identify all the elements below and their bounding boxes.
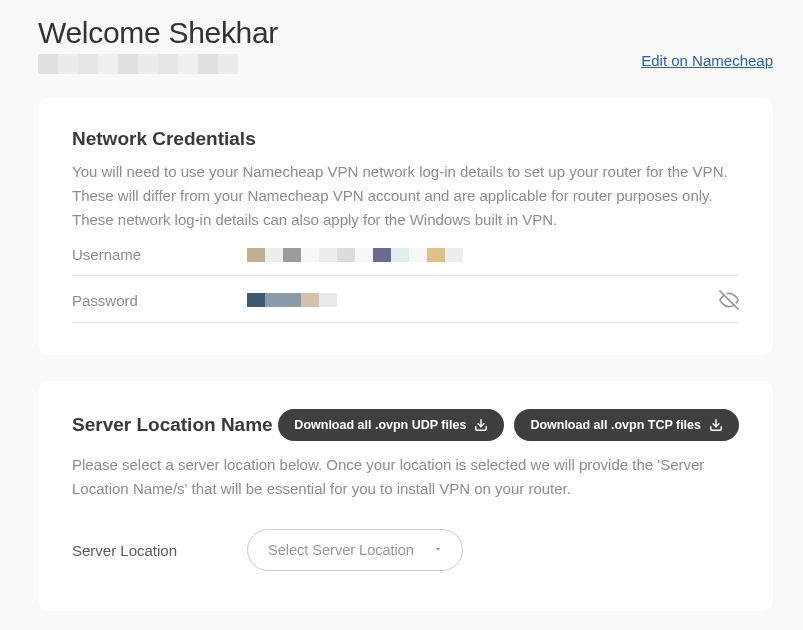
username-row: Username [72, 232, 739, 276]
network-credentials-card: Network Credentials You will need to use… [38, 98, 773, 355]
password-value-redacted [247, 293, 337, 307]
download-icon [474, 418, 488, 432]
server-location-select-placeholder: Select Server Location [268, 542, 414, 558]
edit-namecheap-link[interactable]: Edit on Namecheap [641, 52, 773, 69]
server-location-select[interactable]: Select Server Location [247, 529, 463, 571]
server-location-title: Server Location Name [72, 414, 273, 436]
page-title: Welcome Shekhar [38, 16, 278, 50]
server-location-select-label: Server Location [72, 542, 247, 559]
download-udp-button[interactable]: Download all .ovpn UDP files [278, 409, 504, 441]
network-credentials-description: You will need to use your Namecheap VPN … [72, 160, 739, 232]
download-tcp-label: Download all .ovpn TCP files [530, 418, 701, 432]
password-label: Password [72, 292, 247, 309]
server-location-card: Server Location Name Download all .ovpn … [38, 381, 773, 611]
username-label: Username [72, 246, 247, 263]
download-tcp-button[interactable]: Download all .ovpn TCP files [514, 409, 739, 441]
password-row: Password [72, 276, 739, 323]
username-value-redacted [247, 248, 463, 262]
subtitle-redacted [38, 54, 238, 74]
download-udp-label: Download all .ovpn UDP files [294, 418, 466, 432]
download-icon [709, 418, 723, 432]
network-credentials-title: Network Credentials [72, 128, 739, 150]
toggle-password-visibility-icon[interactable] [719, 290, 739, 310]
chevron-down-icon [432, 541, 444, 559]
server-location-description: Please select a server location below. O… [72, 453, 739, 501]
